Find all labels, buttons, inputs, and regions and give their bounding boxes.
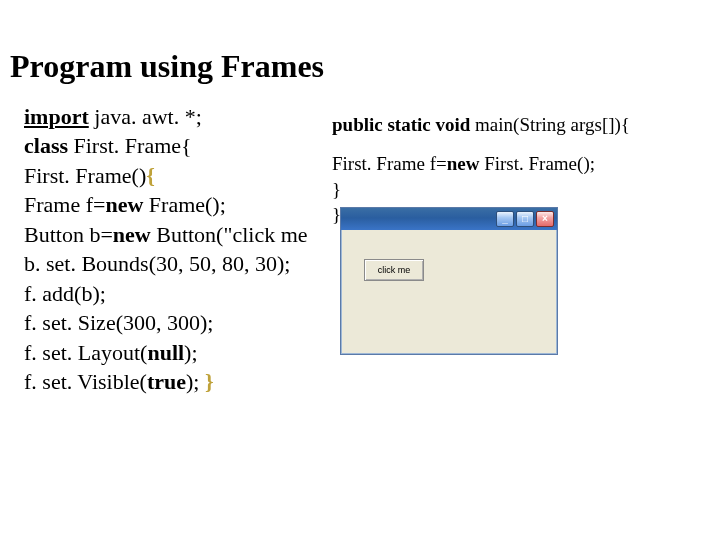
spacer — [332, 137, 630, 151]
client-area: click me — [344, 231, 554, 351]
kw-new: new — [447, 153, 484, 174]
code-left-column: import java. awt. *; class First. Frame{… — [24, 102, 308, 397]
code-line: import java. awt. *; — [24, 102, 308, 131]
click-me-button[interactable]: click me — [364, 259, 424, 281]
code-text: Button b= — [24, 222, 113, 247]
kw-psv: public static void — [332, 114, 475, 135]
kw-true: true — [147, 369, 186, 394]
slide-title: Program using Frames — [10, 48, 324, 85]
code-text: First. Frame f= — [332, 153, 447, 174]
code-line: public static void main(String args[]){ — [332, 112, 630, 137]
titlebar: _ □ × — [341, 208, 557, 230]
awt-frame-window: _ □ × click me — [340, 207, 558, 355]
code-line: f. set. Layout(null); — [24, 338, 308, 367]
kw-new: new — [105, 192, 148, 217]
code-line: First. Frame(){ — [24, 161, 308, 190]
code-line: First. Frame f=new First. Frame(); — [332, 151, 630, 176]
code-text: java. awt. *; — [89, 104, 202, 129]
minimize-button[interactable]: _ — [496, 211, 514, 227]
code-text: Button("click me — [156, 222, 307, 247]
code-text: ); — [186, 369, 205, 394]
code-line: f. set. Visible(true); } — [24, 367, 308, 396]
brace-open: { — [146, 163, 155, 188]
code-text: Frame f= — [24, 192, 105, 217]
code-text: First. Frame{ — [74, 133, 192, 158]
code-line: Button b=new Button("click me — [24, 220, 308, 249]
minimize-icon: _ — [502, 214, 508, 224]
code-text: First. Frame() — [24, 163, 146, 188]
kw-new: new — [113, 222, 156, 247]
code-line: f. add(b); — [24, 279, 308, 308]
close-icon: × — [542, 214, 548, 224]
code-line: Frame f=new Frame(); — [24, 190, 308, 219]
close-button[interactable]: × — [536, 211, 554, 227]
code-text: f. set. Layout( — [24, 340, 147, 365]
maximize-icon: □ — [522, 214, 528, 224]
kw-null: null — [147, 340, 184, 365]
code-line: b. set. Bounds(30, 50, 80, 30); — [24, 249, 308, 278]
kw-class: class — [24, 133, 74, 158]
code-text: main(String args[]){ — [475, 114, 630, 135]
maximize-button[interactable]: □ — [516, 211, 534, 227]
brace-close: } — [205, 369, 214, 394]
code-text: First. Frame(); — [484, 153, 595, 174]
kw-import: import — [24, 104, 89, 129]
code-line: class First. Frame{ — [24, 131, 308, 160]
code-text: Frame(); — [149, 192, 226, 217]
code-text: f. set. Visible( — [24, 369, 147, 394]
code-text: ); — [184, 340, 197, 365]
code-line: f. set. Size(300, 300); — [24, 308, 308, 337]
code-line: } — [332, 177, 630, 202]
